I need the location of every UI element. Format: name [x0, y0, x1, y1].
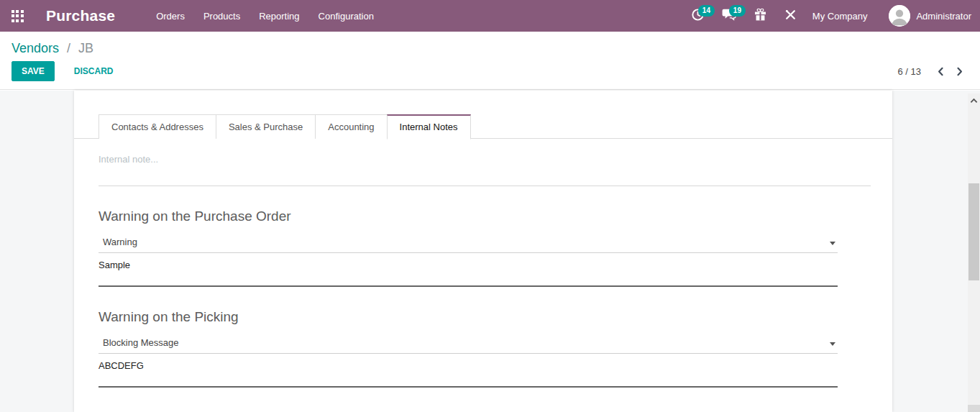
breadcrumb: Vendors / JB	[0, 32, 980, 58]
breadcrumb-separator: /	[63, 41, 75, 55]
scrollbar-thumb[interactable]	[968, 183, 979, 280]
section-warning-purchase-order: Warning on the Purchase Order Warning Sa…	[99, 209, 838, 287]
apps-grid-icon	[12, 10, 24, 22]
record-pager: 6 / 13	[897, 62, 968, 81]
discard-button[interactable]: DISCARD	[65, 62, 123, 81]
navbar-right: 14 19 My Company Administrator	[682, 0, 971, 32]
pager-previous-button[interactable]	[931, 62, 950, 81]
section-title: Warning on the Picking	[99, 309, 838, 325]
gift-icon	[754, 8, 767, 24]
activity-count-badge: 14	[698, 5, 715, 17]
chevron-down-icon	[830, 342, 835, 346]
notebook-tabbar: Contacts & Addresses Sales & Purchase Ac…	[74, 114, 892, 139]
picking-warning-selected-value: Blocking Message	[103, 337, 179, 348]
purchase-warning-message-textarea[interactable]: Sample	[99, 253, 838, 287]
breadcrumb-vendors-link[interactable]: Vendors	[12, 41, 59, 55]
vertical-scrollbar[interactable]	[968, 93, 980, 412]
chevron-down-icon	[830, 242, 835, 245]
section-title: Warning on the Purchase Order	[99, 209, 838, 224]
messages-count-badge: 19	[729, 5, 746, 17]
pager-value: 6 / 13	[897, 66, 921, 77]
menu-item-products[interactable]: Products	[194, 0, 249, 32]
tools-button[interactable]	[776, 0, 805, 32]
control-panel: Vendors / JB SAVE DISCARD 6 / 13	[0, 32, 980, 90]
purchase-warning-selected-value: Warning	[103, 237, 137, 247]
purchase-warning-select[interactable]: Warning	[99, 234, 838, 253]
internal-note-placeholder: Internal note...	[99, 154, 871, 165]
avatar	[889, 5, 910, 27]
tab-internal-notes[interactable]: Internal Notes	[387, 114, 471, 139]
save-button[interactable]: SAVE	[12, 61, 55, 81]
crossed-tools-icon	[784, 9, 797, 24]
app-title[interactable]: Purchase	[46, 7, 115, 24]
picking-warning-message-textarea[interactable]: ABCDEFG	[99, 354, 838, 388]
scrollbar-down-button[interactable]	[968, 405, 980, 412]
tab-contacts-addresses[interactable]: Contacts & Addresses	[99, 114, 216, 139]
breadcrumb-current: JB	[78, 41, 93, 55]
pager-next-button[interactable]	[950, 62, 968, 81]
chevron-right-icon	[955, 67, 964, 76]
action-buttons-row: SAVE DISCARD 6 / 13	[0, 58, 980, 81]
rewards-button[interactable]	[745, 0, 776, 32]
form-sheet: Contacts & Addresses Sales & Purchase Ac…	[74, 91, 892, 412]
picking-warning-select[interactable]: Blocking Message	[99, 334, 838, 354]
section-warning-picking: Warning on the Picking Blocking Message …	[99, 309, 838, 388]
scrollbar-up-button[interactable]	[968, 95, 980, 106]
top-navbar: Purchase Orders Products Reporting Confi…	[0, 0, 980, 32]
user-name: Administrator	[916, 11, 971, 22]
internal-note-input[interactable]: Internal note...	[99, 139, 871, 186]
tab-accounting[interactable]: Accounting	[315, 114, 387, 139]
chevron-left-icon	[936, 67, 945, 76]
apps-menu-button[interactable]	[0, 0, 35, 32]
scroll-up-arrow-icon	[970, 98, 978, 104]
tab-sales-purchase[interactable]: Sales & Purchase	[216, 114, 316, 139]
menu-item-reporting[interactable]: Reporting	[249, 0, 308, 32]
menu-item-orders[interactable]: Orders	[147, 0, 194, 32]
main-menu: Orders Products Reporting Configuration	[147, 0, 383, 32]
activities-button[interactable]: 14	[682, 0, 713, 32]
company-switcher[interactable]: My Company	[805, 11, 879, 22]
menu-item-configuration[interactable]: Configuration	[309, 0, 383, 32]
user-menu[interactable]: Administrator	[879, 5, 971, 27]
messages-button[interactable]: 19	[713, 0, 745, 32]
